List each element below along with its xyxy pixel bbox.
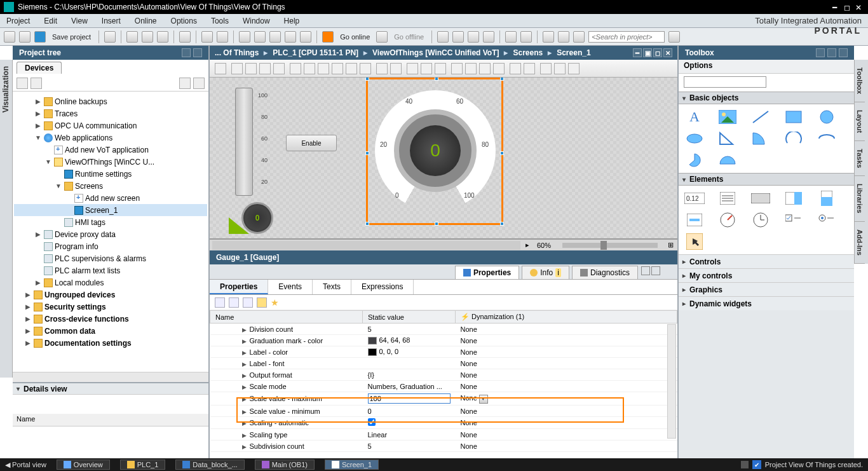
cross-ref-button[interactable] — [543, 31, 554, 43]
left-vertical-tab[interactable]: Visualization — [0, 60, 13, 378]
tree-node[interactable]: Add new screen — [14, 192, 207, 204]
insp-max-icon[interactable] — [651, 266, 660, 275]
col-dyn[interactable]: ⚡ Dynamization (1) — [456, 311, 677, 324]
zoom-out-button[interactable]: ▸ — [523, 241, 532, 249]
save-button[interactable] — [34, 31, 46, 43]
prop-value-input[interactable] — [368, 393, 451, 404]
screen-canvas[interactable]: 100 80 60 40 20 0 Enable 0 0 20 40 — [210, 78, 677, 239]
tab-info[interactable]: Info i — [522, 266, 569, 279]
ct-same-h[interactable] — [421, 63, 432, 74]
tree-node[interactable]: PLC alarm text lists — [14, 264, 207, 276]
ct-ungroup[interactable] — [524, 63, 535, 74]
col-static[interactable]: Static value — [363, 311, 456, 324]
maximize-button[interactable]: ◻ — [844, 3, 853, 11]
button-object[interactable] — [750, 191, 771, 206]
new-project-button[interactable] — [4, 31, 15, 43]
device-config-button[interactable] — [452, 31, 464, 43]
tree-node[interactable]: ▶Ungrouped devices — [14, 289, 207, 301]
pt-collapse-icon[interactable] — [182, 48, 191, 57]
triangle-object[interactable] — [717, 131, 738, 146]
prop-row[interactable]: ▶Output format{I}None — [210, 369, 677, 381]
zoom-fit-button[interactable]: ⊞ — [664, 241, 677, 249]
tree-node[interactable]: ▶Local modules — [14, 276, 207, 289]
tree-node[interactable]: ▶Online backups — [14, 95, 207, 107]
subtab-events[interactable]: Events — [268, 280, 313, 294]
btab-screen1[interactable]: Screen_1 — [325, 460, 379, 470]
project-tree[interactable]: ▶Online backups▶Traces▶OPC UA communicat… — [13, 92, 208, 372]
ct-fwd[interactable] — [479, 63, 491, 74]
save-project-label[interactable]: Save project — [50, 33, 93, 41]
small-gauge[interactable]: 0 — [241, 202, 273, 234]
paste-button[interactable] — [157, 31, 168, 43]
subtab-expressions[interactable]: Expressions — [351, 280, 414, 294]
prop-favorite-icon[interactable]: ★ — [271, 297, 279, 308]
ct-align-l[interactable] — [290, 63, 301, 74]
tree-btn2[interactable] — [31, 78, 42, 89]
zoom-slider[interactable] — [562, 243, 658, 248]
start-runtime-button[interactable] — [300, 31, 311, 43]
ct-flip-h[interactable] — [259, 63, 271, 74]
go-online-label[interactable]: Go online — [337, 33, 372, 41]
tree-btn1[interactable] — [17, 78, 28, 89]
ct-align-r[interactable] — [318, 63, 329, 74]
open-project-button[interactable] — [19, 31, 31, 43]
col-name[interactable]: Name — [210, 311, 363, 324]
arc-object[interactable] — [783, 131, 804, 146]
simulate-button[interactable] — [285, 31, 296, 43]
tree-node[interactable]: ▶OPC UA communication — [14, 119, 207, 132]
prop-vscroll[interactable] — [667, 324, 676, 439]
prop-sort-az[interactable] — [215, 297, 225, 308]
half-ellipse-object[interactable] — [717, 153, 738, 168]
ellipse-object[interactable] — [684, 131, 705, 146]
io-field-object[interactable]: 0.12 — [684, 191, 705, 206]
prop-categorize[interactable] — [229, 297, 239, 308]
prop-row[interactable]: ▶Label - fontNone — [210, 358, 677, 369]
symbolic-io-object[interactable] — [783, 191, 804, 206]
tree-node[interactable]: ▶Common data — [14, 325, 207, 337]
tree-node[interactable]: HMI tags — [14, 216, 207, 228]
undo-button[interactable] — [201, 31, 213, 43]
insp-min-icon[interactable] — [641, 266, 650, 275]
ellipse-arc-object[interactable] — [816, 131, 837, 146]
tree-node[interactable]: ▶Security settings — [14, 301, 207, 313]
controls-section[interactable]: ▸Controls — [679, 254, 854, 268]
menu-online[interactable]: Online — [135, 17, 157, 25]
devices-tab[interactable]: Devices — [17, 62, 62, 74]
ct-same-wh[interactable] — [435, 63, 446, 74]
tree-node[interactable]: ▶Documentation settings — [14, 337, 207, 349]
prop-expand[interactable] — [243, 297, 253, 308]
elements-header[interactable]: ▾Elements — [679, 173, 854, 186]
checkbox-object[interactable] — [783, 212, 804, 228]
gauge-object[interactable] — [717, 212, 738, 228]
tree-node[interactable]: Screen_1 — [14, 204, 207, 216]
ct-flip-v[interactable] — [273, 63, 285, 74]
ct-group[interactable] — [510, 63, 521, 74]
vtab-toolbox[interactable]: Toolbox — [855, 60, 865, 102]
pie-object[interactable] — [684, 153, 705, 168]
menu-project[interactable]: Project — [6, 17, 30, 25]
property-table[interactable]: Name Static value ⚡ Dynamization (1) ▶Di… — [210, 310, 677, 458]
bar-object[interactable] — [816, 191, 837, 206]
quarter-object[interactable] — [750, 131, 771, 146]
tree-node[interactable]: ▼Web applications — [14, 132, 207, 144]
prop-row[interactable]: ▶Scaling - automaticNone — [210, 417, 677, 429]
tree-node[interactable]: Runtime settings — [14, 168, 207, 180]
ct-same-w[interactable] — [407, 63, 418, 74]
vtab-tasks[interactable]: Tasks — [855, 141, 865, 176]
prop-row[interactable]: ▶Subdivision count5None — [210, 440, 677, 452]
ct-rotate-l[interactable] — [231, 63, 243, 74]
ct-more3[interactable] — [568, 63, 580, 74]
search-input[interactable] — [588, 31, 665, 43]
tb-close-icon[interactable] — [839, 48, 848, 57]
close-button[interactable]: ✕ — [855, 3, 864, 11]
ct-select[interactable] — [215, 63, 226, 74]
dynwidgets-section[interactable]: ▸Dynamic widgets — [679, 296, 854, 310]
ct-align-m[interactable] — [346, 63, 357, 74]
prop-row[interactable]: ▶Division count5None — [210, 324, 677, 335]
editor-min-icon[interactable]: ━ — [633, 48, 642, 57]
radio-object[interactable] — [816, 212, 837, 228]
ct-dist-h[interactable] — [376, 63, 388, 74]
ct-dist-v[interactable] — [390, 63, 402, 74]
pt-pin-icon[interactable] — [193, 48, 202, 57]
download-button[interactable] — [239, 31, 250, 43]
